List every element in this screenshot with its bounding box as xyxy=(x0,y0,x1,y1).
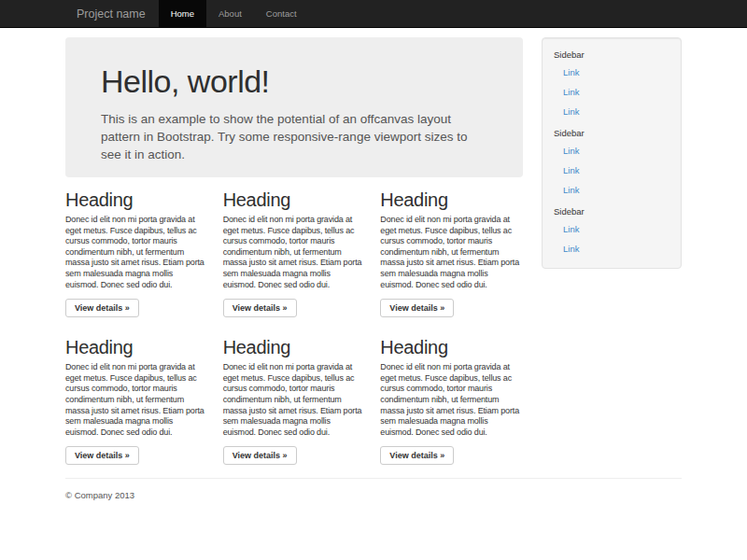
sidebar-heading: Sidebar xyxy=(554,128,669,138)
card-heading: Heading xyxy=(380,189,523,210)
card-heading: Heading xyxy=(65,189,208,210)
card-body: Donec id elit non mi porta gravida at eg… xyxy=(380,215,523,290)
card-body: Donec id elit non mi porta gravida at eg… xyxy=(223,362,366,438)
view-details-button[interactable]: View details » xyxy=(65,446,139,465)
view-details-button[interactable]: View details » xyxy=(223,299,297,317)
sidebar-link[interactable]: Link xyxy=(554,82,669,102)
card-heading: Heading xyxy=(223,337,366,357)
card: Heading Donec id elit non mi porta gravi… xyxy=(65,327,208,465)
card-heading: Heading xyxy=(223,189,366,210)
card-body: Donec id elit non mi porta gravida at eg… xyxy=(380,362,523,438)
sidebar-group: Sidebar Link Link xyxy=(554,206,669,259)
content-row: Hello, world! This is an example to show… xyxy=(65,37,682,465)
top-navbar: Project name Home About Contact xyxy=(0,0,747,28)
card-heading: Heading xyxy=(380,337,523,357)
view-details-button[interactable]: View details » xyxy=(380,446,454,465)
sidebar-group: Sidebar Link Link Link xyxy=(554,49,669,121)
sidebar-well: Sidebar Link Link Link Sidebar Link Link… xyxy=(542,37,682,269)
navbar-menu: Home About Contact xyxy=(159,0,309,28)
copyright-text: © Company 2013 xyxy=(65,490,682,500)
cards-grid: Heading Donec id elit non mi porta gravi… xyxy=(65,179,523,465)
sidebar-link[interactable]: Link xyxy=(554,141,669,161)
sidebar-heading: Sidebar xyxy=(554,206,669,217)
main-content: Hello, world! This is an example to show… xyxy=(65,37,523,465)
card-body: Donec id elit non mi porta gravida at eg… xyxy=(65,362,208,438)
sidebar: Sidebar Link Link Link Sidebar Link Link… xyxy=(542,37,682,465)
sidebar-link[interactable]: Link xyxy=(554,161,669,180)
view-details-button[interactable]: View details » xyxy=(65,299,139,317)
footer: © Company 2013 xyxy=(65,490,682,500)
card-body: Donec id elit non mi porta gravida at eg… xyxy=(65,215,208,290)
sidebar-link[interactable]: Link xyxy=(554,180,669,200)
card-heading: Heading xyxy=(65,337,208,357)
sidebar-heading: Sidebar xyxy=(554,49,669,60)
jumbotron-text: This is an example to show the potential… xyxy=(101,110,487,163)
navbar-inner: Project name Home About Contact xyxy=(65,0,682,28)
card: Heading Donec id elit non mi porta gravi… xyxy=(65,179,208,317)
card: Heading Donec id elit non mi porta gravi… xyxy=(223,179,366,317)
nav-item-home[interactable]: Home xyxy=(159,0,206,28)
nav-item-contact[interactable]: Contact xyxy=(254,0,309,28)
view-details-button[interactable]: View details » xyxy=(380,299,454,317)
sidebar-link[interactable]: Link xyxy=(554,63,669,82)
card: Heading Donec id elit non mi porta gravi… xyxy=(223,327,366,465)
card: Heading Donec id elit non mi porta gravi… xyxy=(380,327,523,465)
sidebar-link[interactable]: Link xyxy=(554,239,669,259)
card: Heading Donec id elit non mi porta gravi… xyxy=(380,179,523,317)
jumbotron: Hello, world! This is an example to show… xyxy=(65,37,523,177)
page-container: Hello, world! This is an example to show… xyxy=(65,37,682,500)
footer-divider xyxy=(65,478,682,479)
sidebar-link[interactable]: Link xyxy=(554,219,669,239)
navbar-brand[interactable]: Project name xyxy=(65,0,157,28)
page-title: Hello, world! xyxy=(101,65,487,99)
card-body: Donec id elit non mi porta gravida at eg… xyxy=(223,215,366,290)
nav-item-about[interactable]: About xyxy=(206,0,254,28)
view-details-button[interactable]: View details » xyxy=(223,446,297,465)
sidebar-link[interactable]: Link xyxy=(554,102,669,121)
sidebar-group: Sidebar Link Link Link xyxy=(554,128,669,200)
